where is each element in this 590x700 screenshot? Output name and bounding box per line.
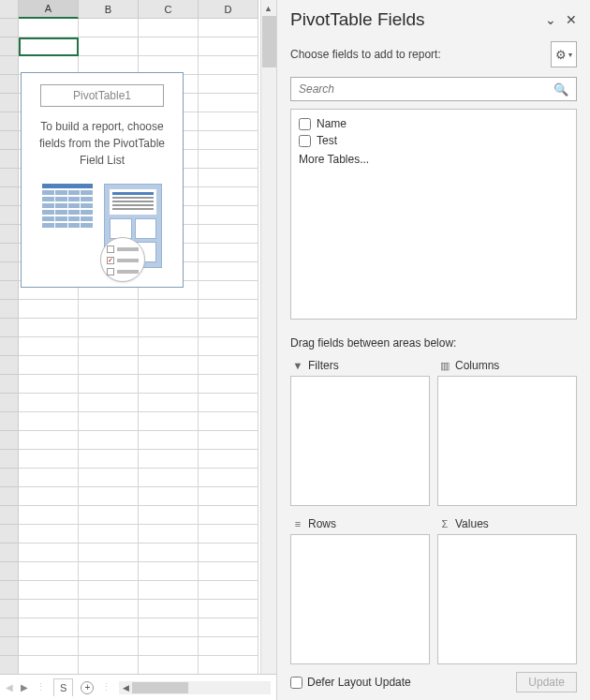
grid[interactable]: A B C D [0, 0, 276, 674]
row-header[interactable] [0, 637, 19, 656]
row-header[interactable] [0, 506, 19, 525]
cell[interactable] [19, 581, 79, 600]
cell[interactable] [139, 581, 199, 600]
cell[interactable] [199, 75, 258, 94]
row-header[interactable] [0, 244, 19, 262]
cell[interactable] [79, 375, 139, 394]
cell[interactable] [19, 19, 79, 37]
row-header[interactable] [0, 581, 19, 600]
cell[interactable] [199, 431, 258, 450]
cell[interactable] [79, 431, 139, 450]
cell[interactable] [79, 600, 139, 618]
cell[interactable] [19, 544, 79, 562]
cell[interactable] [139, 394, 199, 412]
row-header[interactable] [0, 94, 19, 112]
row-header[interactable] [0, 112, 19, 131]
row-header[interactable] [0, 37, 19, 56]
row-header[interactable] [0, 431, 19, 450]
cell[interactable] [199, 112, 258, 131]
row-header[interactable] [0, 356, 19, 375]
vertical-scrollbar[interactable]: ▲ [260, 0, 276, 674]
cell[interactable] [79, 506, 139, 525]
cell[interactable] [139, 562, 199, 581]
row-header[interactable] [0, 375, 19, 394]
pane-settings-button[interactable]: ⚙ [551, 41, 577, 67]
pivot-placeholder[interactable]: PivotTable1 To build a report, choose fi… [21, 72, 184, 288]
cell[interactable] [199, 394, 258, 412]
cell[interactable] [79, 618, 139, 637]
cell[interactable] [199, 450, 258, 469]
col-header-a[interactable]: A [19, 0, 79, 19]
field-item[interactable]: Name [299, 115, 568, 132]
cell[interactable] [139, 469, 199, 487]
search-icon[interactable]: 🔍 [553, 82, 568, 97]
row-header[interactable] [0, 525, 19, 544]
field-checkbox[interactable] [299, 118, 311, 130]
cell[interactable] [19, 562, 79, 581]
cell[interactable] [199, 56, 258, 75]
cell[interactable] [19, 394, 79, 412]
cell[interactable] [19, 375, 79, 394]
row-header[interactable] [0, 150, 19, 169]
row-header[interactable] [0, 169, 19, 187]
cell[interactable] [19, 356, 79, 375]
cell[interactable] [79, 450, 139, 469]
cell[interactable] [139, 656, 199, 674]
row-header[interactable] [0, 337, 19, 356]
cell[interactable] [199, 169, 258, 187]
cell[interactable] [19, 618, 79, 637]
cell[interactable] [139, 431, 199, 450]
columns-dropzone[interactable] [437, 376, 577, 506]
row-header[interactable] [0, 131, 19, 150]
row-header[interactable] [0, 562, 19, 581]
row-header[interactable] [0, 225, 19, 244]
cell[interactable] [199, 656, 258, 674]
cell[interactable] [139, 19, 199, 37]
cell[interactable] [199, 506, 258, 525]
cell[interactable] [199, 300, 258, 319]
cell[interactable] [79, 412, 139, 431]
row-header[interactable] [0, 544, 19, 562]
row-header[interactable] [0, 656, 19, 674]
cell[interactable] [139, 506, 199, 525]
cell[interactable] [79, 394, 139, 412]
cell[interactable] [199, 206, 258, 225]
cell[interactable] [139, 618, 199, 637]
cell[interactable] [199, 94, 258, 112]
cell[interactable] [199, 337, 258, 356]
col-header-b[interactable]: B [79, 0, 139, 19]
sheet-tab[interactable]: S [53, 678, 73, 696]
col-header-d[interactable]: D [199, 0, 258, 19]
row-header[interactable] [0, 187, 19, 206]
cell[interactable] [79, 469, 139, 487]
cell[interactable] [19, 431, 79, 450]
cell[interactable] [19, 506, 79, 525]
cell[interactable] [139, 337, 199, 356]
row-header[interactable] [0, 262, 19, 281]
cell[interactable] [139, 487, 199, 506]
cell[interactable] [19, 337, 79, 356]
cell[interactable] [199, 581, 258, 600]
cell[interactable] [79, 19, 139, 37]
row-header[interactable] [0, 206, 19, 225]
cell[interactable] [139, 319, 199, 337]
cell[interactable] [199, 187, 258, 206]
row-header[interactable] [0, 281, 19, 300]
cell[interactable] [199, 487, 258, 506]
field-item[interactable]: Test [299, 132, 568, 149]
defer-layout-checkbox[interactable] [290, 677, 302, 689]
cell[interactable] [199, 225, 258, 244]
row-header[interactable] [0, 319, 19, 337]
cell[interactable] [19, 637, 79, 656]
cell[interactable] [199, 637, 258, 656]
scrollbar-thumb[interactable] [262, 16, 276, 67]
cell[interactable] [199, 375, 258, 394]
cell[interactable] [79, 581, 139, 600]
cell[interactable] [19, 37, 79, 56]
cell[interactable] [199, 262, 258, 281]
cell[interactable] [199, 544, 258, 562]
cell[interactable] [19, 656, 79, 674]
update-button[interactable]: Update [516, 672, 577, 693]
row-header[interactable] [0, 487, 19, 506]
row-header[interactable] [0, 300, 19, 319]
